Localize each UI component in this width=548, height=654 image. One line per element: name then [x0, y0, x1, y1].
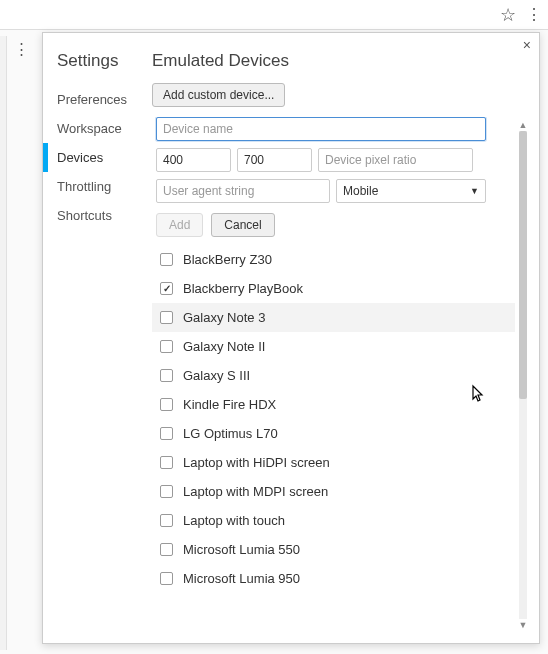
sidebar-title: Settings	[43, 51, 148, 85]
sidebar-item-label: Shortcuts	[57, 208, 112, 223]
device-checkbox[interactable]	[160, 398, 173, 411]
chrome-menu-icon[interactable]: ⋮	[526, 5, 540, 24]
device-scroll-wrap: Mobile ▼ Add Cancel BlackBerry Z30Blackb…	[152, 117, 531, 633]
device-row[interactable]: Galaxy S III	[152, 361, 515, 390]
device-checkbox[interactable]	[160, 311, 173, 324]
chrome-toolbar: ☆ ⋮	[0, 0, 548, 30]
sidebar-item-preferences[interactable]: Preferences	[43, 85, 148, 114]
device-checkbox[interactable]	[160, 456, 173, 469]
devtools-shell: ⋮ × Settings Preferences Workspace Devic…	[0, 30, 548, 647]
chevron-down-icon: ▼	[470, 186, 479, 196]
scrollbar-track[interactable]	[519, 131, 527, 619]
device-label: Galaxy S III	[183, 368, 250, 383]
device-row[interactable]: Kindle Fire HDX	[152, 390, 515, 419]
device-pixel-ratio-input[interactable]	[318, 148, 473, 172]
device-width-input[interactable]	[156, 148, 231, 172]
device-checkbox[interactable]	[160, 369, 173, 382]
device-label: Microsoft Lumia 550	[183, 542, 300, 557]
device-label: Kindle Fire HDX	[183, 397, 276, 412]
device-checkbox[interactable]	[160, 543, 173, 556]
device-checkbox[interactable]	[160, 253, 173, 266]
device-label: LG Optimus L70	[183, 426, 278, 441]
device-checkbox[interactable]	[160, 340, 173, 353]
add-button: Add	[156, 213, 203, 237]
device-label: BlackBerry Z30	[183, 252, 272, 267]
device-row[interactable]: Galaxy Note 3	[152, 303, 515, 332]
device-type-value: Mobile	[343, 184, 378, 198]
device-label: Laptop with MDPI screen	[183, 484, 328, 499]
sidebar-item-devices[interactable]: Devices	[43, 143, 148, 172]
sidebar-item-label: Devices	[57, 150, 103, 165]
device-row[interactable]: LG Optimus L70	[152, 419, 515, 448]
device-checkbox[interactable]	[160, 427, 173, 440]
sidebar-item-label: Workspace	[57, 121, 122, 136]
device-label: Galaxy Note II	[183, 339, 265, 354]
sidebar-item-workspace[interactable]: Workspace	[43, 114, 148, 143]
add-custom-device-button[interactable]: Add custom device...	[152, 83, 285, 107]
device-row[interactable]: Blackberry PlayBook	[152, 274, 515, 303]
custom-device-form: Mobile ▼ Add Cancel	[152, 117, 515, 245]
scrollbar-thumb[interactable]	[519, 131, 527, 399]
device-scroll-area: Mobile ▼ Add Cancel BlackBerry Z30Blackb…	[152, 117, 515, 633]
device-name-input[interactable]	[156, 117, 486, 141]
scrollbar[interactable]: ▲ ▼	[517, 119, 529, 631]
device-label: Laptop with touch	[183, 513, 285, 528]
bookmark-star-icon[interactable]: ☆	[500, 4, 516, 26]
device-checkbox[interactable]	[160, 485, 173, 498]
devtools-menu-icon[interactable]: ⋮	[14, 40, 29, 58]
device-row[interactable]: Microsoft Lumia 550	[152, 535, 515, 564]
device-list: BlackBerry Z30Blackberry PlayBookGalaxy …	[152, 245, 515, 593]
device-label: Microsoft Lumia 950	[183, 571, 300, 586]
settings-sidebar: Settings Preferences Workspace Devices T…	[43, 33, 148, 643]
user-agent-input[interactable]	[156, 179, 330, 203]
device-row[interactable]: Laptop with touch	[152, 506, 515, 535]
settings-panel: × Settings Preferences Workspace Devices…	[42, 32, 540, 644]
device-height-input[interactable]	[237, 148, 312, 172]
device-checkbox[interactable]	[160, 572, 173, 585]
device-checkbox[interactable]	[160, 514, 173, 527]
settings-main: Emulated Devices Add custom device...	[148, 33, 539, 643]
device-label: Blackberry PlayBook	[183, 281, 303, 296]
device-row[interactable]: Galaxy Note II	[152, 332, 515, 361]
device-checkbox[interactable]	[160, 282, 173, 295]
sidebar-item-label: Throttling	[57, 179, 111, 194]
device-row[interactable]: Laptop with HiDPI screen	[152, 448, 515, 477]
device-row[interactable]: BlackBerry Z30	[152, 245, 515, 274]
sidebar-item-shortcuts[interactable]: Shortcuts	[43, 201, 148, 230]
cancel-button[interactable]: Cancel	[211, 213, 274, 237]
device-label: Laptop with HiDPI screen	[183, 455, 330, 470]
scroll-up-icon[interactable]: ▲	[517, 119, 529, 131]
device-type-select[interactable]: Mobile ▼	[336, 179, 486, 203]
device-row[interactable]: Microsoft Lumia 950	[152, 564, 515, 593]
sidebar-item-label: Preferences	[57, 92, 127, 107]
device-row[interactable]: Laptop with MDPI screen	[152, 477, 515, 506]
device-label: Galaxy Note 3	[183, 310, 265, 325]
scroll-down-icon[interactable]: ▼	[517, 619, 529, 631]
page-title: Emulated Devices	[148, 51, 531, 71]
sidebar-item-throttling[interactable]: Throttling	[43, 172, 148, 201]
